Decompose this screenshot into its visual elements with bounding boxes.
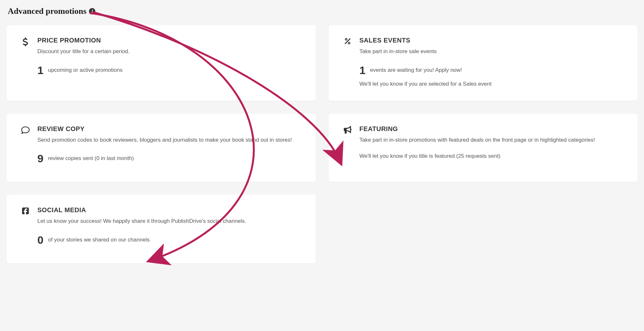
social-media-desc: Let us know your success! We happily sha… [37,217,302,225]
stat-number: 0 [37,234,43,245]
facebook-icon [21,206,30,215]
review-copy-desc: Send promotion codes to book reviewers, … [37,136,302,144]
stat-number: 1 [360,65,366,76]
review-copy-title: REVIEW COPY [37,125,302,133]
cards-grid: PRICE PROMOTION Discount your title for … [6,25,638,263]
stat-number: 1 [37,65,43,76]
price-promotion-card[interactable]: PRICE PROMOTION Discount your title for … [6,25,316,101]
stat-number: 9 [37,153,43,164]
sales-events-desc: Take part in in-store sale events [360,47,624,56]
review-copy-stat: 9 review copies sent (0 in last month) [37,153,302,164]
featuring-desc: Take part in in-store promotions with fe… [360,136,624,144]
stat-text: of your stories we shared on our channel… [48,237,150,243]
price-promotion-desc: Discount your title for a certain period… [37,47,302,56]
sales-events-card[interactable]: SALES EVENTS Take part in in-store sale … [329,25,638,101]
bullhorn-icon [343,125,352,134]
social-media-title: SOCIAL MEDIA [37,206,302,214]
price-promotion-stat: 1 upcoming or active promotions [37,65,302,76]
featuring-title: FEATURING [360,125,624,133]
dollar-icon [21,37,30,46]
social-media-card[interactable]: SOCIAL MEDIA Let us know your success! W… [6,195,316,263]
stat-text: events are waiting for you! Apply now! [370,67,462,73]
percent-icon [343,37,352,45]
social-media-stat: 0 of your stories we shared on our chann… [37,234,302,245]
sales-events-stat: 1 events are waiting for you! Apply now! [360,65,624,76]
sales-events-title: SALES EVENTS [360,37,624,44]
page-title: Advanced promotions i [6,6,638,16]
comment-icon [21,125,30,134]
sales-events-note: We'll let you know if you are selected f… [360,81,624,87]
price-promotion-title: PRICE PROMOTION [37,37,302,44]
review-copy-card[interactable]: REVIEW COPY Send promotion codes to book… [6,114,316,182]
stat-text: review copies sent (0 in last month) [48,155,134,162]
featuring-note: We'll let you know if you title is featu… [360,153,624,159]
page-title-text: Advanced promotions [8,6,86,16]
info-icon[interactable]: i [89,8,95,14]
stat-text: upcoming or active promotions [48,67,123,73]
featuring-card[interactable]: FEATURING Take part in in-store promotio… [329,114,638,182]
